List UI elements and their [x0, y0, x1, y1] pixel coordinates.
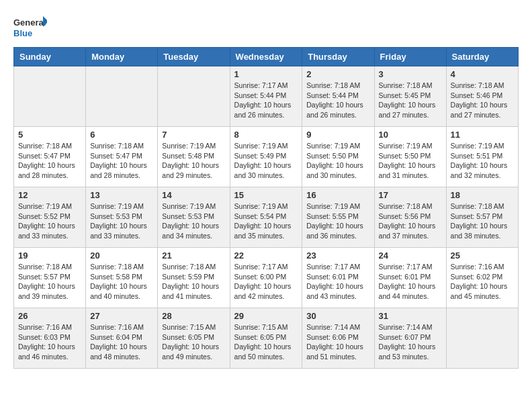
- calendar-cell: 1Sunrise: 7:17 AM Sunset: 5:44 PM Daylig…: [230, 66, 302, 127]
- calendar-cell: 30Sunrise: 7:14 AM Sunset: 6:06 PM Dayli…: [302, 308, 374, 369]
- day-header-monday: Monday: [86, 48, 158, 66]
- calendar: SundayMondayTuesdayWednesdayThursdayFrid…: [13, 47, 519, 369]
- day-number: 27: [90, 311, 153, 321]
- day-number: 25: [451, 250, 514, 261]
- calendar-cell: 21Sunrise: 7:18 AM Sunset: 5:59 PM Dayli…: [158, 248, 230, 308]
- day-number: 28: [162, 311, 225, 321]
- day-info: Sunrise: 7:19 AM Sunset: 5:49 PM Dayligh…: [234, 141, 298, 181]
- calendar-cell: 31Sunrise: 7:14 AM Sunset: 6:07 PM Dayli…: [374, 308, 446, 369]
- day-number: 2: [306, 69, 369, 79]
- calendar-cell: [14, 66, 86, 127]
- calendar-cell: 22Sunrise: 7:17 AM Sunset: 6:00 PM Dayli…: [230, 248, 302, 308]
- calendar-cell: 23Sunrise: 7:17 AM Sunset: 6:01 PM Dayli…: [302, 248, 374, 308]
- day-info: Sunrise: 7:15 AM Sunset: 6:05 PM Dayligh…: [234, 322, 298, 362]
- day-number: 20: [90, 250, 153, 261]
- week-row-3: 12Sunrise: 7:19 AM Sunset: 5:52 PM Dayli…: [14, 187, 519, 248]
- day-header-tuesday: Tuesday: [158, 48, 230, 66]
- day-info: Sunrise: 7:18 AM Sunset: 5:57 PM Dayligh…: [18, 262, 81, 302]
- calendar-cell: 28Sunrise: 7:15 AM Sunset: 6:05 PM Dayli…: [158, 308, 230, 369]
- day-info: Sunrise: 7:18 AM Sunset: 5:46 PM Dayligh…: [451, 81, 514, 120]
- day-info: Sunrise: 7:19 AM Sunset: 5:51 PM Dayligh…: [451, 141, 514, 181]
- day-info: Sunrise: 7:15 AM Sunset: 6:05 PM Dayligh…: [162, 322, 225, 362]
- day-info: Sunrise: 7:19 AM Sunset: 5:53 PM Dayligh…: [90, 201, 153, 241]
- calendar-cell: 29Sunrise: 7:15 AM Sunset: 6:05 PM Dayli…: [230, 308, 302, 369]
- svg-text:General: General: [13, 17, 46, 28]
- day-number: 14: [162, 190, 225, 200]
- calendar-cell: 18Sunrise: 7:18 AM Sunset: 5:57 PM Dayli…: [446, 187, 518, 248]
- day-info: Sunrise: 7:14 AM Sunset: 6:07 PM Dayligh…: [379, 322, 442, 362]
- day-number: 12: [18, 190, 81, 200]
- day-number: 16: [306, 190, 369, 200]
- day-number: 17: [379, 190, 442, 200]
- calendar-cell: [86, 66, 158, 127]
- calendar-cell: 27Sunrise: 7:16 AM Sunset: 6:04 PM Dayli…: [86, 308, 158, 369]
- calendar-cell: 10Sunrise: 7:19 AM Sunset: 5:50 PM Dayli…: [374, 127, 446, 187]
- day-header-saturday: Saturday: [446, 48, 518, 66]
- day-number: 30: [306, 311, 369, 321]
- logo-svg: General Blue: [13, 13, 47, 40]
- calendar-cell: 13Sunrise: 7:19 AM Sunset: 5:53 PM Dayli…: [86, 187, 158, 248]
- day-info: Sunrise: 7:19 AM Sunset: 5:55 PM Dayligh…: [306, 201, 369, 241]
- day-number: 8: [234, 130, 298, 140]
- day-number: 22: [234, 250, 298, 261]
- day-number: 13: [90, 190, 153, 200]
- day-number: 19: [18, 250, 81, 261]
- calendar-cell: 9Sunrise: 7:19 AM Sunset: 5:50 PM Daylig…: [302, 127, 374, 187]
- day-number: 26: [18, 311, 81, 321]
- day-info: Sunrise: 7:18 AM Sunset: 5:56 PM Dayligh…: [379, 201, 442, 241]
- day-info: Sunrise: 7:17 AM Sunset: 6:00 PM Dayligh…: [234, 262, 298, 302]
- day-info: Sunrise: 7:19 AM Sunset: 5:50 PM Dayligh…: [306, 141, 369, 181]
- calendar-cell: 19Sunrise: 7:18 AM Sunset: 5:57 PM Dayli…: [14, 248, 86, 308]
- logo: General Blue: [13, 13, 47, 40]
- day-number: 18: [451, 190, 514, 200]
- week-row-2: 5Sunrise: 7:18 AM Sunset: 5:47 PM Daylig…: [14, 127, 519, 187]
- day-number: 6: [90, 130, 153, 140]
- day-number: 10: [379, 130, 442, 140]
- day-number: 7: [162, 130, 225, 140]
- header: General Blue: [13, 13, 519, 40]
- calendar-cell: 8Sunrise: 7:19 AM Sunset: 5:49 PM Daylig…: [230, 127, 302, 187]
- day-header-thursday: Thursday: [302, 48, 374, 66]
- day-number: 11: [451, 130, 514, 140]
- calendar-cell: 25Sunrise: 7:16 AM Sunset: 6:02 PM Dayli…: [446, 248, 518, 308]
- day-info: Sunrise: 7:18 AM Sunset: 5:58 PM Dayligh…: [90, 262, 153, 302]
- day-info: Sunrise: 7:19 AM Sunset: 5:50 PM Dayligh…: [379, 141, 442, 181]
- calendar-cell: 16Sunrise: 7:19 AM Sunset: 5:55 PM Dayli…: [302, 187, 374, 248]
- week-row-5: 26Sunrise: 7:16 AM Sunset: 6:03 PM Dayli…: [14, 308, 519, 369]
- calendar-cell: 26Sunrise: 7:16 AM Sunset: 6:03 PM Dayli…: [14, 308, 86, 369]
- day-info: Sunrise: 7:17 AM Sunset: 6:01 PM Dayligh…: [379, 262, 442, 302]
- day-number: 9: [306, 130, 369, 140]
- day-number: 5: [18, 130, 81, 140]
- day-info: Sunrise: 7:16 AM Sunset: 6:03 PM Dayligh…: [18, 322, 81, 362]
- day-number: 31: [379, 311, 442, 321]
- day-number: 23: [306, 250, 369, 261]
- day-info: Sunrise: 7:18 AM Sunset: 5:57 PM Dayligh…: [451, 201, 514, 241]
- calendar-cell: 24Sunrise: 7:17 AM Sunset: 6:01 PM Dayli…: [374, 248, 446, 308]
- week-row-4: 19Sunrise: 7:18 AM Sunset: 5:57 PM Dayli…: [14, 248, 519, 308]
- day-number: 24: [379, 250, 442, 261]
- day-number: 21: [162, 250, 225, 261]
- day-info: Sunrise: 7:19 AM Sunset: 5:54 PM Dayligh…: [234, 201, 298, 241]
- calendar-cell: 3Sunrise: 7:18 AM Sunset: 5:45 PM Daylig…: [374, 66, 446, 127]
- calendar-cell: 14Sunrise: 7:19 AM Sunset: 5:53 PM Dayli…: [158, 187, 230, 248]
- day-number: 3: [379, 69, 442, 79]
- calendar-cell: 6Sunrise: 7:18 AM Sunset: 5:47 PM Daylig…: [86, 127, 158, 187]
- svg-text:Blue: Blue: [13, 28, 32, 38]
- calendar-cell: [158, 66, 230, 127]
- day-number: 15: [234, 190, 298, 200]
- day-info: Sunrise: 7:14 AM Sunset: 6:06 PM Dayligh…: [306, 322, 369, 362]
- week-row-1: 1Sunrise: 7:17 AM Sunset: 5:44 PM Daylig…: [14, 66, 519, 127]
- calendar-cell: 11Sunrise: 7:19 AM Sunset: 5:51 PM Dayli…: [446, 127, 518, 187]
- day-number: 4: [451, 69, 514, 79]
- calendar-cell: 7Sunrise: 7:19 AM Sunset: 5:48 PM Daylig…: [158, 127, 230, 187]
- day-info: Sunrise: 7:18 AM Sunset: 5:47 PM Dayligh…: [18, 141, 81, 181]
- calendar-cell: [446, 308, 518, 369]
- day-info: Sunrise: 7:18 AM Sunset: 5:45 PM Dayligh…: [379, 81, 442, 120]
- calendar-cell: 5Sunrise: 7:18 AM Sunset: 5:47 PM Daylig…: [14, 127, 86, 187]
- calendar-cell: 2Sunrise: 7:18 AM Sunset: 5:44 PM Daylig…: [302, 66, 374, 127]
- day-info: Sunrise: 7:19 AM Sunset: 5:53 PM Dayligh…: [162, 201, 225, 241]
- day-info: Sunrise: 7:16 AM Sunset: 6:04 PM Dayligh…: [90, 322, 153, 362]
- day-number: 1: [234, 69, 298, 79]
- day-info: Sunrise: 7:19 AM Sunset: 5:52 PM Dayligh…: [18, 201, 81, 241]
- day-info: Sunrise: 7:16 AM Sunset: 6:02 PM Dayligh…: [451, 262, 514, 302]
